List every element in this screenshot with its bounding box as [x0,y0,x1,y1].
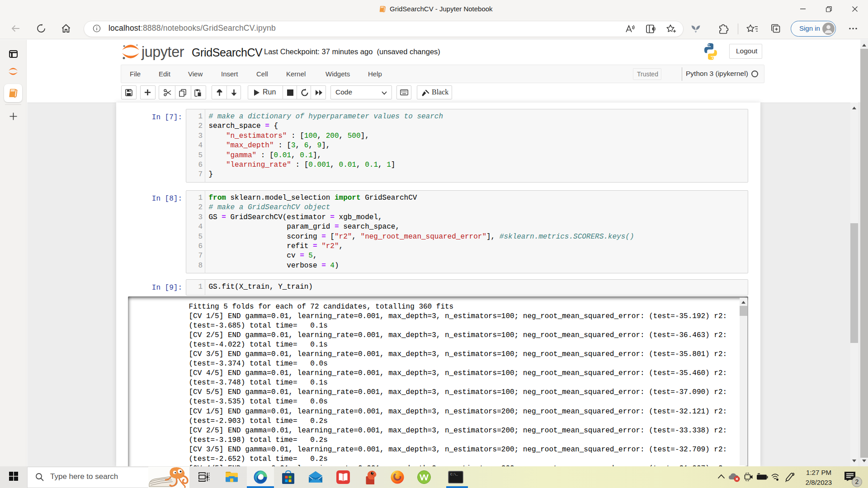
svg-text:C:\_: C:\_ [450,473,458,476]
